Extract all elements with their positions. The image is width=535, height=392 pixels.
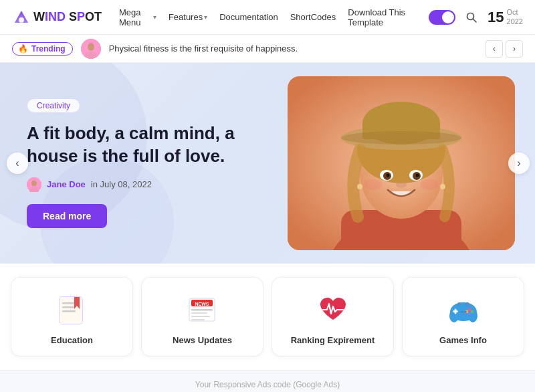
hero-image-placeholder [288,76,515,250]
navbar: WIND SPOT Mega Menu ▾ Features ▾ Documen… [0,0,535,35]
chevron-down-icon: ▾ [204,13,207,21]
hero-date: in July 08, 2022 [91,179,152,189]
search-icon [465,11,477,23]
ranking-icon-svg [315,292,351,328]
trending-avatar [81,39,101,59]
category-card-ranking[interactable]: Ranking Expirement [272,277,394,357]
author-name: Jane Doe [47,179,86,189]
svg-point-20 [341,131,461,144]
svg-rect-44 [191,319,205,320]
nav-mega-menu[interactable]: Mega Menu ▾ [115,5,160,30]
svg-point-25 [387,174,390,177]
nav-download-template[interactable]: Download This Template [344,5,422,30]
ranking-icon [314,291,352,328]
hero-next-button[interactable]: › [508,153,530,174]
date-number: 15 [488,10,504,25]
logo-icon [12,8,31,27]
svg-rect-35 [62,306,74,308]
svg-point-9 [31,180,37,186]
nav-documentation[interactable]: Documentation [215,9,282,25]
games-icon [445,291,482,328]
education-label: Education [51,335,93,345]
trending-avatar-image [81,39,101,59]
category-card-games[interactable]: Games Info [402,277,524,357]
svg-point-6 [88,43,94,51]
categories-section: Education NEWS News Updates [0,264,535,370]
svg-point-26 [416,174,419,177]
author-avatar [27,177,41,192]
logo[interactable]: WIND SPOT [12,8,102,27]
trending-bar: Trending Physical fitness is the first r… [0,35,535,63]
hero-category-tag: Creativity [27,98,80,113]
news-icon-svg: NEWS [185,292,221,328]
svg-point-2 [19,17,24,23]
svg-point-31 [440,184,445,189]
hero-content: Creativity A fit body, a calm mind, a ho… [27,98,254,228]
games-icon-svg [445,292,481,328]
ads-text: Your Responsive Ads code (Google Ads) [195,380,340,389]
svg-rect-55 [464,311,467,313]
svg-line-4 [473,19,477,22]
education-icon [54,291,91,328]
nav-features[interactable]: Features ▾ [165,9,211,25]
trending-navigation: ‹ › [486,40,523,58]
read-more-button[interactable]: Read more [27,204,107,228]
date-month-year: Oct 2022 [507,8,523,25]
svg-point-27 [396,181,407,188]
category-card-education[interactable]: Education [11,277,133,357]
svg-rect-36 [62,310,76,312]
svg-point-29 [420,179,439,190]
news-icon: NEWS [184,291,221,328]
svg-rect-42 [191,312,207,314]
logo-text: WIND SPOT [33,10,102,24]
trending-label: Trending [31,44,66,54]
nav-shortcodes[interactable]: ShortCodes [286,9,340,25]
category-card-news[interactable]: NEWS News Updates [141,277,263,357]
date-display: 15 Oct 2022 [488,8,523,25]
trending-prev-button[interactable]: ‹ [486,40,503,58]
svg-point-50 [467,308,470,311]
svg-rect-43 [191,316,210,317]
hero-title: A fit body, a calm mind, a house is the … [27,122,254,168]
hero-person-svg [288,76,515,250]
ads-bar: Your Responsive Ads code (Google Ads) [0,370,535,392]
news-label: News Updates [173,335,232,345]
date-year: 2022 [507,17,523,26]
svg-point-52 [467,312,470,315]
hero-meta: Jane Doe in July 08, 2022 [27,177,254,192]
trending-next-button[interactable]: › [506,40,523,58]
games-label: Games Info [439,335,487,345]
nav-links: Mega Menu ▾ Features ▾ Documentation Sho… [115,5,422,30]
svg-rect-41 [191,309,213,311]
svg-text:NEWS: NEWS [195,302,209,306]
education-icon-svg [54,292,90,328]
svg-point-57 [465,302,469,306]
hero-prev-button[interactable]: ‹ [7,153,28,174]
svg-point-28 [364,179,383,190]
svg-point-30 [357,184,362,189]
theme-toggle[interactable] [429,10,455,25]
hero-image [288,76,515,250]
ranking-label: Ranking Expirement [291,335,375,345]
trending-text: Physical fitness is the first requisite … [109,43,477,54]
search-button[interactable] [462,8,481,27]
svg-point-56 [457,302,461,306]
author-avatar-image [27,177,41,192]
svg-rect-54 [461,311,463,313]
hero-section: ‹ Creativity A fit body, a calm mind, a … [0,63,535,264]
chevron-down-icon: ▾ [153,13,156,21]
svg-point-51 [470,310,473,313]
date-month: Oct [507,8,523,17]
trending-badge: Trending [12,42,73,56]
svg-rect-49 [454,309,456,314]
nav-right: 15 Oct 2022 [429,8,523,27]
